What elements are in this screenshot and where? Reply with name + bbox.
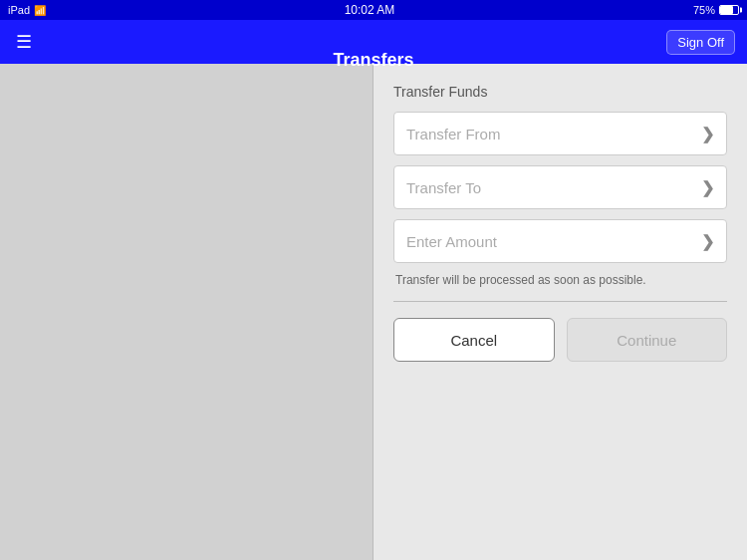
menu-button[interactable]: ☰ (12, 29, 36, 55)
device-label: iPad (8, 4, 30, 16)
enter-amount-chevron-icon: ❯ (701, 232, 714, 251)
cancel-button[interactable]: Cancel (393, 318, 555, 362)
status-time: 10:02 AM (345, 3, 395, 17)
main-content: Transfer Funds Transfer From ❯ Transfer … (0, 64, 747, 560)
continue-button: Continue (567, 318, 728, 362)
transfer-from-chevron-icon: ❯ (701, 125, 714, 143)
transfer-to-label: Transfer To (406, 179, 481, 196)
section-title: Transfer Funds (393, 84, 727, 100)
battery-percent: 75% (693, 4, 715, 16)
status-bar: iPad 📶 10:02 AM 75% (0, 0, 747, 20)
divider (393, 301, 727, 302)
enter-amount-row[interactable]: Enter Amount ❯ (393, 219, 727, 263)
transfer-to-row[interactable]: Transfer To ❯ (393, 165, 727, 209)
wifi-icon: 📶 (34, 5, 46, 16)
right-panel: Transfer Funds Transfer From ❯ Transfer … (374, 64, 747, 560)
battery-icon (719, 5, 739, 15)
enter-amount-label: Enter Amount (406, 233, 497, 250)
left-panel (0, 64, 374, 560)
transfer-from-label: Transfer From (406, 126, 500, 142)
sign-off-button[interactable]: Sign Off (666, 30, 735, 55)
transfer-from-row[interactable]: Transfer From ❯ (393, 112, 727, 155)
status-right: 75% (693, 4, 739, 16)
page-title: Transfers (333, 50, 413, 71)
nav-bar: ☰ Transfers Sign Off (0, 20, 747, 64)
transfer-to-chevron-icon: ❯ (701, 178, 714, 197)
status-left: iPad 📶 (8, 4, 46, 16)
button-row: Cancel Continue (393, 318, 727, 362)
note-text: Transfer will be processed as soon as po… (393, 273, 727, 287)
